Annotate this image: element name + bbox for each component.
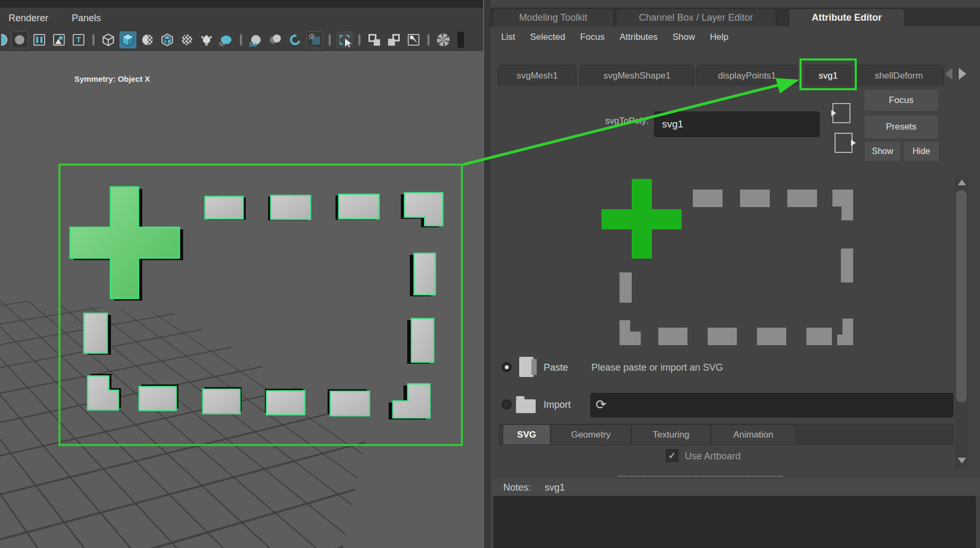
node-tab-shelldeform[interactable]: shellDeform xyxy=(854,65,944,86)
preview-dash xyxy=(757,328,786,345)
preview-dash xyxy=(841,249,853,282)
svg-mesh-geometry[interactable] xyxy=(0,7,483,548)
mesh-plus xyxy=(70,187,179,298)
subtab-texturing[interactable]: Texturing xyxy=(631,424,711,444)
menu-show[interactable]: Show xyxy=(673,32,695,42)
node-tab-svgmesh1[interactable]: svgMesh1 xyxy=(498,65,577,86)
subtab-strip: SVG Geometry Texturing Animation xyxy=(499,424,953,445)
presets-button[interactable]: Presets xyxy=(864,115,939,139)
attribute-editor-menubar: List Selected Focus Attributes Show Help xyxy=(491,27,980,48)
notes-label: Notes: xyxy=(503,482,531,493)
tab-modeling-toolkit[interactable]: Modeling Toolkit xyxy=(493,8,614,27)
mesh-front-faces[interactable] xyxy=(70,187,443,418)
viewport-pane[interactable]: Renderer Panels T xyxy=(0,7,483,548)
use-artboard-checkbox[interactable]: ✓ xyxy=(666,449,678,462)
show-button[interactable]: Show xyxy=(864,141,901,161)
paste-icon xyxy=(519,357,534,377)
paste-hint: Please paste or import an SVG xyxy=(591,362,723,373)
input-connection-icon[interactable] xyxy=(832,103,850,123)
subtab-geometry[interactable]: Geometry xyxy=(551,424,631,444)
menu-attributes[interactable]: Attributes xyxy=(620,32,658,42)
pane-divider[interactable] xyxy=(483,0,491,548)
node-tab-displaypoints1[interactable]: displayPoints1 xyxy=(697,65,797,86)
menu-help[interactable]: Help xyxy=(710,32,728,42)
annotation-highlight-box xyxy=(800,58,857,90)
tab-channel-box[interactable]: Channel Box / Layer Editor xyxy=(616,8,776,27)
node-tabs-next-icon[interactable] xyxy=(959,68,966,80)
use-artboard-label: Use Artboard xyxy=(685,451,741,462)
preview-dash xyxy=(740,190,770,207)
paste-radio[interactable] xyxy=(502,362,512,372)
import-label[interactable]: Import xyxy=(544,399,571,410)
focus-button[interactable]: Focus xyxy=(864,89,939,112)
paste-label[interactable]: Paste xyxy=(544,362,568,373)
scrollbar-down-icon[interactable] xyxy=(958,458,966,464)
output-connection-icon[interactable] xyxy=(835,133,853,153)
attribute-editor-pane: Modeling Toolkit Channel Box / Layer Edi… xyxy=(491,0,980,548)
pane-tab-strip: Modeling Toolkit Channel Box / Layer Edi… xyxy=(491,7,980,27)
node-name-input[interactable] xyxy=(654,112,820,137)
refresh-icon[interactable]: ⟳ xyxy=(596,397,606,412)
section-separator xyxy=(618,476,783,477)
menu-focus[interactable]: Focus xyxy=(580,32,605,42)
scrollbar-thumb[interactable] xyxy=(956,190,967,403)
preview-dash xyxy=(658,328,687,345)
node-name-label: svgToPoly: xyxy=(565,116,649,126)
subtab-svg[interactable]: SVG xyxy=(503,424,551,444)
preview-dash xyxy=(620,272,632,303)
menu-list[interactable]: List xyxy=(501,32,515,42)
maya-window: Renderer Panels T xyxy=(0,0,980,548)
subtab-animation[interactable]: Animation xyxy=(711,424,796,444)
hide-button[interactable]: Hide xyxy=(903,141,940,161)
import-folder-icon xyxy=(516,399,536,413)
preview-plus-horizontal xyxy=(601,209,682,229)
preview-dash xyxy=(693,190,723,207)
import-radio[interactable] xyxy=(502,399,512,409)
import-path-input[interactable] xyxy=(590,393,953,417)
preview-corner-bl xyxy=(620,320,641,345)
notes-textarea[interactable] xyxy=(494,496,976,548)
preview-corner-tr xyxy=(832,190,853,220)
tab-attribute-editor[interactable]: Attribute Editor xyxy=(789,8,905,27)
preview-dash xyxy=(806,328,832,345)
scrollbar-up-icon[interactable] xyxy=(958,179,966,185)
preview-corner-br xyxy=(837,319,853,345)
node-tab-svgmeshshape1[interactable]: svgMeshShape1 xyxy=(580,65,694,86)
notes-header: Notes: svg1 xyxy=(491,479,980,496)
preview-dash xyxy=(787,190,817,207)
preview-dash xyxy=(708,328,737,345)
node-tabs-prev-icon[interactable] xyxy=(945,68,952,80)
notes-node-name: svg1 xyxy=(545,482,565,493)
menu-selected[interactable]: Selected xyxy=(530,32,565,42)
